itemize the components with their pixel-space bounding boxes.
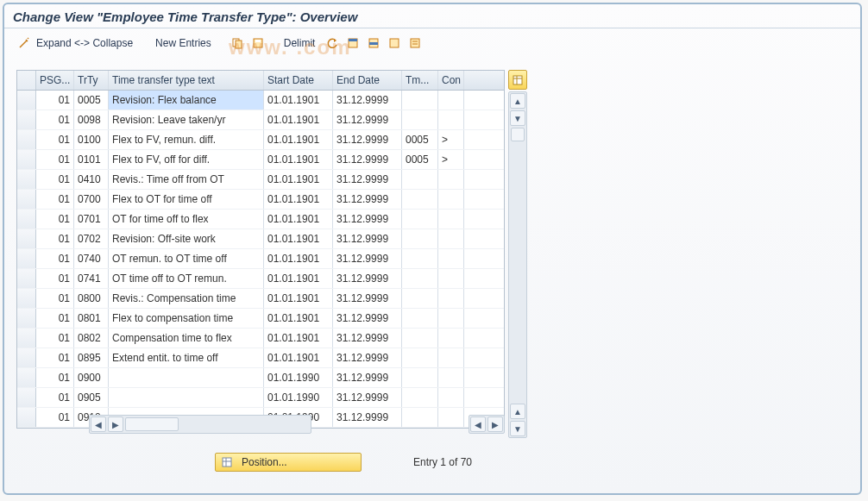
table-row[interactable]: 01090001.01.199031.12.9999 xyxy=(17,368,504,388)
table-row[interactable]: 010098Revision: Leave taken/yr01.01.1901… xyxy=(17,110,504,130)
cell-text[interactable]: OT time off to OT remun. xyxy=(109,269,264,288)
cell-end: 31.12.9999 xyxy=(333,329,402,348)
table-row[interactable]: 010800Revis.: Compensation time01.01.190… xyxy=(17,289,504,309)
cell-trty: 0740 xyxy=(74,249,109,268)
cell-text[interactable]: Revis.: Compensation time xyxy=(109,289,264,308)
cell-con xyxy=(438,329,464,348)
col-text[interactable]: Time transfer type text xyxy=(109,71,264,90)
cell-text[interactable]: Extend entit. to time off xyxy=(109,348,264,367)
svg-rect-9 xyxy=(411,39,419,47)
col-con[interactable]: Con xyxy=(438,71,464,90)
grid-settings-button[interactable] xyxy=(508,70,527,90)
scroll-right-icon[interactable]: ▶ xyxy=(108,416,123,432)
grid-container: PSG... TrTy Time transfer type text Star… xyxy=(16,70,505,429)
col-tm[interactable]: Tm... xyxy=(402,71,438,90)
row-selector[interactable] xyxy=(17,170,36,189)
table-row[interactable]: 010410Revis.: Time off from OT01.01.1901… xyxy=(17,170,504,190)
row-selector[interactable] xyxy=(17,348,36,367)
col-selector[interactable] xyxy=(17,71,36,90)
horizontal-scrollbar-left[interactable]: ◀ ▶ xyxy=(89,415,311,434)
divider xyxy=(4,28,860,28)
cell-text[interactable] xyxy=(109,388,264,407)
table-row[interactable]: 010701OT for time off to flex01.01.19013… xyxy=(17,210,504,229)
cell-text[interactable]: OT remun. to OT time off xyxy=(109,249,264,268)
table-row[interactable]: 010741OT time off to OT remun.01.01.1901… xyxy=(17,269,504,289)
horizontal-scrollbar-right[interactable]: ◀ ▶ xyxy=(469,415,505,434)
new-entries-button[interactable]: New Entries xyxy=(149,34,217,53)
row-selector[interactable] xyxy=(17,309,36,328)
scroll-thumb[interactable] xyxy=(511,128,525,141)
row-selector[interactable] xyxy=(17,229,36,248)
col-psg[interactable]: PSG... xyxy=(36,71,74,90)
settings-icon xyxy=(513,75,523,85)
cell-text[interactable] xyxy=(109,368,264,387)
col-trty[interactable]: TrTy xyxy=(74,71,109,90)
table-row[interactable]: 010700Flex to OT for time off01.01.19013… xyxy=(17,190,504,210)
deselect-button[interactable] xyxy=(385,34,404,53)
hscroll-thumb[interactable] xyxy=(125,417,179,431)
table-row[interactable]: 010801Flex to compensation time01.01.190… xyxy=(17,309,504,329)
scroll-down-icon[interactable]: ▼ xyxy=(510,110,525,126)
table-row[interactable]: 010802Compensation time to flex01.01.190… xyxy=(17,329,504,348)
table-row[interactable]: 010101Flex to FV, off for diff.01.01.190… xyxy=(17,150,504,170)
cell-text[interactable]: OT for time off to flex xyxy=(109,210,264,229)
cell-psg: 01 xyxy=(36,289,74,308)
cell-text[interactable]: Revision: Off-site work xyxy=(109,229,264,248)
scroll-up-icon[interactable]: ▲ xyxy=(510,93,525,109)
row-selector[interactable] xyxy=(17,368,36,387)
print-button[interactable] xyxy=(406,34,425,53)
scroll-down2-icon[interactable]: ▼ xyxy=(510,421,525,436)
row-selector[interactable] xyxy=(17,210,36,229)
table-row[interactable]: 010100Flex to FV, remun. diff.01.01.1901… xyxy=(17,130,504,150)
cell-start: 01.01.1901 xyxy=(264,110,333,129)
cell-start: 01.01.1901 xyxy=(264,229,333,248)
table-row[interactable]: 010005Revision: Flex balance01.01.190131… xyxy=(17,91,504,110)
position-button[interactable]: Position... xyxy=(215,453,362,472)
select-all-button[interactable] xyxy=(343,34,362,53)
scroll-left2-icon[interactable]: ◀ xyxy=(470,416,486,432)
cell-text[interactable]: Revision: Flex balance xyxy=(109,91,264,110)
delimit-button[interactable]: Delimit xyxy=(278,34,322,53)
copy-icon xyxy=(230,36,244,50)
scroll-left-icon[interactable]: ◀ xyxy=(91,416,106,432)
row-selector[interactable] xyxy=(17,249,36,268)
cell-text[interactable]: Flex to FV, off for diff. xyxy=(109,150,264,169)
row-selector[interactable] xyxy=(17,110,36,129)
cell-psg: 01 xyxy=(36,190,74,209)
select-block-button[interactable] xyxy=(364,34,383,53)
cell-text[interactable]: Flex to compensation time xyxy=(109,309,264,328)
table-row[interactable]: 01090501.01.199031.12.9999 xyxy=(17,388,504,408)
copy-button[interactable] xyxy=(228,34,247,53)
row-selector[interactable] xyxy=(17,289,36,308)
hscroll-track[interactable] xyxy=(180,418,310,430)
table-row[interactable]: 010702Revision: Off-site work01.01.19013… xyxy=(17,229,504,249)
scroll-track[interactable] xyxy=(512,143,524,402)
cell-text[interactable]: Flex to FV, remun. diff. xyxy=(109,130,264,149)
cell-text[interactable]: Revision: Leave taken/yr xyxy=(109,110,264,129)
row-selector[interactable] xyxy=(17,329,36,348)
cell-text[interactable]: Compensation time to flex xyxy=(109,329,264,348)
scroll-up2-icon[interactable]: ▲ xyxy=(510,404,525,419)
cell-start: 01.01.1901 xyxy=(264,170,333,189)
cell-end: 31.12.9999 xyxy=(333,170,402,189)
cell-text[interactable]: Flex to OT for time off xyxy=(109,190,264,209)
table-row[interactable]: 010895Extend entit. to time off01.01.190… xyxy=(17,348,504,368)
row-selector[interactable] xyxy=(17,130,36,149)
cell-tm xyxy=(402,210,438,229)
row-selector[interactable] xyxy=(17,269,36,288)
row-selector[interactable] xyxy=(17,91,36,110)
col-start[interactable]: Start Date xyxy=(264,71,333,90)
cell-text[interactable]: Revis.: Time off from OT xyxy=(109,170,264,189)
undo-button[interactable] xyxy=(323,34,342,53)
vertical-scrollbar[interactable]: ▲ ▼ ▲ ▼ xyxy=(508,91,527,438)
toggle-expand-button[interactable]: Expand <-> Collapse xyxy=(11,34,139,53)
row-selector[interactable] xyxy=(17,190,36,209)
cell-end: 31.12.9999 xyxy=(333,368,402,387)
row-selector[interactable] xyxy=(17,388,36,407)
save-button[interactable] xyxy=(248,34,267,53)
table-row[interactable]: 010740OT remun. to OT time off01.01.1901… xyxy=(17,249,504,269)
col-end[interactable]: End Date xyxy=(333,71,402,90)
scroll-right2-icon[interactable]: ▶ xyxy=(487,416,503,432)
row-selector[interactable] xyxy=(17,150,36,169)
cell-psg: 01 xyxy=(36,368,74,387)
